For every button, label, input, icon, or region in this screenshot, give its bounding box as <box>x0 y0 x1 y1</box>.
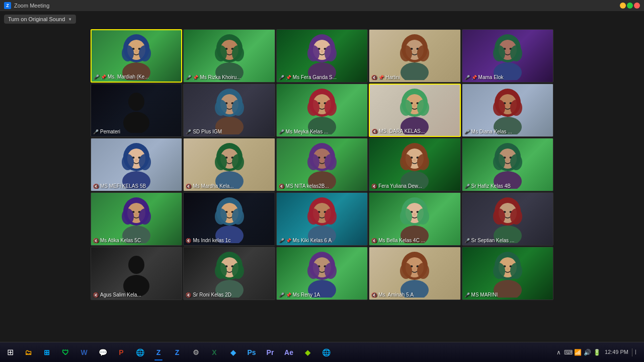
taskbar-premiere[interactable]: Pr <box>261 343 279 361</box>
participant-tile[interactable]: 🎤 Pemateri <box>91 84 182 137</box>
participant-name: Ms. Aminah 5.A <box>378 292 414 298</box>
close-button[interactable] <box>634 3 640 9</box>
taskbar-powerpoint[interactable]: P <box>112 343 130 361</box>
svg-point-112 <box>493 154 505 170</box>
participant-name: Ms Reny 1A <box>293 292 320 298</box>
participant-name: MS MEFi KELAS 5B <box>100 183 146 189</box>
participant-tile[interactable]: 🔇 Ms Mardha Kela... <box>183 138 275 191</box>
participant-tile[interactable]: 🔇 MS MEFi KELAS 5B <box>91 138 182 191</box>
taskbar-zoom[interactable]: Z <box>149 343 168 361</box>
participant-tile[interactable]: 🔇 Ms. Aminah 5.A <box>369 247 460 300</box>
participant-tile[interactable]: 🔇 Sr Roni Kelas 2D <box>183 247 275 300</box>
svg-point-162 <box>215 263 227 279</box>
participant-tile[interactable]: 🔇 MS. DARA KELAS... <box>369 84 460 137</box>
taskbar-photoshop[interactable]: Ps <box>243 343 261 361</box>
participant-name: Agus Salim Kela... <box>100 292 141 298</box>
participant-name-tag: 🎤 📌 Ms Kiki Kelas 6 A <box>279 238 332 243</box>
mic-icon: 🎤 <box>186 75 191 80</box>
participant-tile[interactable]: 🎤 Sr Septian Kelas ... <box>462 192 553 246</box>
svg-point-179 <box>417 263 429 279</box>
taskbar-browser2[interactable]: 🌐 <box>317 343 335 361</box>
participant-tile[interactable]: 🎤 Ms Meyka Kelas ... <box>276 84 368 137</box>
participant-tile[interactable]: 🎤 📌 Ms Reny 1A <box>276 247 368 300</box>
muted-icon: 🔇 <box>371 293 377 298</box>
taskbar-zoom2[interactable]: Z <box>168 343 186 361</box>
participant-tile[interactable]: 🎤 📌 Ms Rizka Khoiru... <box>183 29 275 83</box>
original-sound-button[interactable]: Turn on Original Sound ▼ <box>4 15 76 24</box>
svg-point-129 <box>232 208 244 225</box>
mic-icon: 🎤 <box>94 75 99 80</box>
system-tray: ∧ ⌨ 📶 🔊 🔋 12:49 PM ▏ <box>553 348 642 356</box>
mic-icon: 🎤 <box>464 129 470 134</box>
participant-name: Ms Kiki Kelas 6 A <box>293 238 332 243</box>
svg-point-126 <box>228 213 230 215</box>
taskbar-file-explorer[interactable]: 🗂 <box>19 343 37 361</box>
participant-name: Sr Septian Kelas ... <box>471 238 515 243</box>
participant-name: Ms Bella Kelas 4C ... <box>378 238 425 243</box>
participant-name-tag: 🎤 📌 Ms Reny 1A <box>279 292 320 298</box>
taskbar-excel[interactable]: X <box>205 343 223 361</box>
participant-tile[interactable]: 🔇 Ms Bella Kelas 4C ... <box>369 192 460 246</box>
svg-point-7 <box>139 45 151 61</box>
muted-icon: 🔇 <box>186 238 191 243</box>
participant-tile[interactable]: 🔇 Ms Atika Kelas 5C <box>91 192 182 246</box>
participant-tile[interactable]: 🎤 Ms Diana Kelas ... <box>462 84 553 137</box>
participant-tile[interactable]: 🎤 📌 Ms Fera Ganda S... <box>276 29 368 83</box>
participant-name-tag: 🎤 MS MARINI <box>464 292 498 298</box>
svg-point-184 <box>507 268 508 270</box>
show-desktop[interactable]: ▏ <box>632 348 640 356</box>
tray-battery[interactable]: 🔋 <box>593 348 601 356</box>
participant-tile[interactable]: 🎤 SD Plus IGM <box>183 84 275 137</box>
taskbar-chrome[interactable]: 🌐 <box>131 343 149 361</box>
participant-name-tag: 🎤 📌 Mama Elok <box>464 75 504 80</box>
muted-icon: 🔇 <box>186 293 191 298</box>
svg-point-120 <box>122 208 134 225</box>
taskbar-word[interactable]: W <box>75 343 93 361</box>
mic-icon: 🎤 <box>279 238 284 243</box>
participant-name: Ms Atika Kelas 5C <box>100 238 141 243</box>
participant-tile[interactable]: 🎤 MS MARINI <box>462 247 553 300</box>
participant-name-tag: 🔇 Ms Indri kelas 1c <box>186 238 230 243</box>
participant-name-tag: 🔇 Fera Yuliana Dew... <box>371 183 422 189</box>
tray-keyboard[interactable]: ⌨ <box>565 348 573 356</box>
svg-point-137 <box>325 208 337 225</box>
participant-tile[interactable]: 🎤 📌 Ms. Mardiah (Ke... <box>91 29 182 83</box>
taskbar-gaming[interactable]: ⚙ <box>187 343 205 361</box>
muted-icon: 🔇 <box>371 238 377 243</box>
taskbar-illustrator[interactable]: ◆ <box>224 343 242 361</box>
participant-name: Ms Indri kelas 1c <box>193 238 230 243</box>
participant-tile[interactable]: 🔇 MS NITA kelas2B... <box>276 138 368 191</box>
participant-tile[interactable]: 🔇 Agus Salim Kela... <box>91 247 182 300</box>
tray-overflow[interactable]: ∧ <box>555 348 563 356</box>
participant-tile[interactable]: 🎤 Sr Hafiz Kelas 4B <box>462 138 553 191</box>
participant-tile[interactable]: 🎤 📌 Ms Kiki Kelas 6 A <box>276 192 368 246</box>
svg-point-176 <box>414 268 416 270</box>
tray-volume[interactable]: 🔊 <box>584 348 592 356</box>
svg-point-39 <box>510 45 522 61</box>
svg-point-6 <box>122 45 134 61</box>
participant-tile[interactable]: 🔇 Fera Yuliana Dew... <box>369 138 460 191</box>
taskbar-aftereffects[interactable]: Ae <box>280 343 298 361</box>
participant-name: Ms Mardha Kela... <box>193 183 233 189</box>
taskbar-app17[interactable]: ◆ <box>298 343 316 361</box>
participant-name: MS NITA kelas2B... <box>286 183 329 189</box>
system-clock: 12:49 PM <box>603 348 630 355</box>
clock-time: 12:49 PM <box>605 348 628 355</box>
svg-point-48 <box>215 100 227 116</box>
participant-tile[interactable]: 🔇 📌 Hartini <box>369 29 460 83</box>
participant-name-tag: 🎤 Sr Septian Kelas ... <box>464 238 515 243</box>
participant-name: Ms Diana Kelas ... <box>471 129 512 134</box>
minimize-button[interactable] <box>620 3 626 9</box>
tray-network[interactable]: 📶 <box>574 348 582 356</box>
participant-name-tag: 🎤 Sr Hafiz Kelas 4B <box>464 183 511 189</box>
taskbar-whatsapp[interactable]: 💬 <box>94 343 112 361</box>
svg-point-29 <box>400 62 429 80</box>
taskbar-task-view[interactable]: ⊞ <box>38 343 56 361</box>
maximize-button[interactable] <box>627 3 633 9</box>
participant-tile[interactable]: 🔇 Ms Indri kelas 1c <box>183 192 275 246</box>
participant-name: Fera Yuliana Dew... <box>378 183 422 189</box>
start-button[interactable]: ⊞ <box>2 344 18 360</box>
participant-tile[interactable]: 🎤 📌 Mama Elok <box>462 29 553 83</box>
taskbar-security[interactable]: 🛡 <box>56 343 74 361</box>
svg-point-14 <box>215 45 227 61</box>
